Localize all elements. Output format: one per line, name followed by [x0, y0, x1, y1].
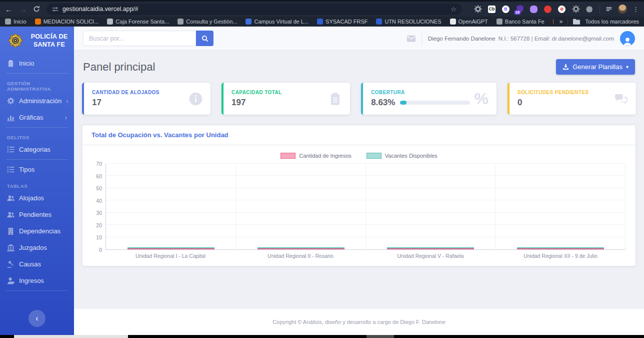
sidebar-item-inicio[interactable]: Inicio	[0, 55, 74, 72]
bookmarks-overflow-icon[interactable]: »	[560, 18, 563, 25]
bar-segment-cantidad-de-ingresos[interactable]	[517, 248, 604, 249]
stat-value-row: 8.63%	[371, 98, 470, 108]
bookmark-item[interactable]: UTN RESOLUCIONES	[376, 19, 441, 25]
all-bookmarks-label[interactable]: Todos los marcadores	[585, 19, 639, 25]
sidebar-collapse-button[interactable]: ‹	[28, 310, 46, 327]
snowflake-extension-icon[interactable]	[572, 5, 580, 14]
purple-extension-icon[interactable]	[530, 5, 538, 14]
envelope-icon[interactable]	[407, 35, 416, 42]
sidebar-item-label: Juzgados	[19, 244, 47, 251]
b-extension-icon[interactable]: B	[502, 5, 510, 14]
bookmark-label: UTN RESOLUCIONES	[384, 19, 441, 25]
stat-value: 8.63%	[371, 98, 395, 108]
user-avatar[interactable]	[620, 31, 635, 46]
bookmark-item[interactable]: REGISTRO GENERAL...	[553, 19, 554, 25]
bookmarks-divider	[568, 19, 568, 25]
sidebar-brand[interactable]: POLICÍA DE SANTA FE	[0, 27, 74, 55]
legend-item-vacantes-disponibles[interactable]: Vacantes Disponibles	[366, 153, 438, 159]
bar-segment-cantidad-de-ingresos[interactable]	[258, 248, 344, 249]
sidebar-item-alojados[interactable]: Alojados	[0, 190, 74, 206]
sidebar-divider	[6, 73, 68, 74]
sidebar-item-causas[interactable]: Causas	[0, 256, 74, 272]
search-input[interactable]	[83, 31, 196, 46]
bookmark-item[interactable]: Consulta y Gestión...	[178, 19, 237, 25]
chart-legend: Cantidad de IngresosVacantes Disponibles	[92, 153, 626, 159]
stat-card-cantidad-de-alojados: CANTIDAD DE ALOJADOS17	[82, 83, 210, 115]
url-bar[interactable]: gestionalcaidia.vercel.app/# ☆	[46, 4, 462, 15]
b-extension-glyph: B	[502, 6, 510, 13]
cb-extension-glyph: Cb	[488, 6, 496, 13]
generate-sheets-button[interactable]: Generar Planillas ▾	[556, 59, 635, 75]
legend-swatch	[366, 153, 382, 159]
sidebar-section-heading: GESTIÓN ADMINISTRATIVA	[7, 81, 67, 92]
stacked-bar-unidad-regional-i-la-capital[interactable]	[128, 247, 214, 249]
red-extension-icon[interactable]	[544, 5, 552, 14]
bookmark-item[interactable]: Inicio	[5, 19, 26, 25]
bookmark-item[interactable]: MEDIACION SOLICI...	[35, 19, 99, 25]
brand-title: POLICÍA DE SANTA FE	[28, 33, 70, 49]
puzzle-extension-icon[interactable]	[586, 5, 594, 14]
y-axis: 010203040506070	[92, 164, 106, 250]
bookmark-item[interactable]: Caja Forense Santa...	[107, 19, 169, 25]
bookmark-item[interactable]: SYSACAD FRSF	[317, 19, 368, 25]
bookmark-label: SYSACAD FRSF	[326, 19, 368, 25]
bookmark-favicon	[35, 19, 41, 25]
stacked-bar-unidad-regional-ii-rosario[interactable]	[258, 247, 344, 249]
y-tick-label: 20	[96, 222, 102, 228]
bar-segment-cantidad-de-ingresos[interactable]	[128, 248, 214, 249]
sidebar-item-graficas[interactable]: Gráficas›	[0, 109, 74, 126]
cb-extension-icon[interactable]: Cb	[488, 5, 496, 14]
tab-list-icon[interactable]	[606, 6, 612, 13]
stat-card-solicitudes-pendientes: SOLICITUDES PENDIENTES0	[508, 83, 636, 115]
bar-segment-cantidad-de-ingresos[interactable]	[387, 248, 474, 249]
forward-icon[interactable]: →	[19, 6, 26, 13]
user-details: N.I.: 567728 | Email: dr.danelone@gmail.…	[498, 36, 614, 42]
bookmark-favicon	[553, 19, 554, 25]
stacked-bar-unidad-regional-xii-9-de-julio[interactable]	[517, 247, 604, 249]
sidebar-item-administracion[interactable]: Administración›	[0, 93, 74, 109]
list-icon	[7, 166, 14, 173]
bookmark-item[interactable]: OpenAiGPT	[450, 19, 488, 25]
browser-profile-avatar[interactable]	[618, 5, 627, 14]
user-info[interactable]: Diego Fernando Danelone N.I.: 567728 | E…	[428, 36, 614, 42]
stat-label: CANTIDAD DE ALOJADOS	[92, 90, 185, 95]
browser-menu-icon[interactable]: ⋮	[632, 6, 639, 13]
search-icon	[202, 35, 208, 42]
sidebar-item-categorias[interactable]: Categorias	[0, 141, 74, 158]
sidebar-item-pendientes[interactable]: Pendientes	[0, 206, 74, 223]
bookmark-favicon	[178, 19, 184, 25]
y-tick-label: 10	[96, 234, 102, 240]
sidebar-item-tipos[interactable]: Tipos	[0, 161, 74, 178]
bookmark-favicon	[376, 19, 382, 25]
sidebar-item-label: Dependencias	[19, 227, 60, 235]
no-entry-extension-icon[interactable]: ⊘	[558, 5, 566, 14]
stacked-bar-unidad-regional-v-rafaela[interactable]	[387, 247, 474, 249]
stat-content: CAPACIDAD TOTAL197	[232, 90, 324, 108]
main-panel: Panel principal Generar Planillas ▾ CANT…	[74, 51, 644, 309]
gear-extension-icon[interactable]	[474, 5, 482, 14]
user-name: Diego Fernando Danelone	[428, 36, 496, 42]
browser-toolbar: ← → gestionalcaidia.vercel.app/# ☆ CbB10…	[0, 2, 644, 17]
bookmark-label: Consulta y Gestión...	[186, 19, 237, 25]
bookmark-star-icon[interactable]: ☆	[450, 6, 456, 13]
gear-icon	[7, 97, 14, 105]
sidebar-item-dependencias[interactable]: Dependencias	[0, 223, 74, 239]
bar-slot	[106, 164, 236, 249]
sidebar-section-heading: DELITOS	[7, 135, 67, 140]
search-button[interactable]	[196, 31, 214, 46]
reload-icon[interactable]	[33, 6, 40, 13]
bookmark-item[interactable]: Banco Santa Fe	[496, 19, 544, 25]
x-tick-label: Unidad Regional I - La Capital	[106, 253, 236, 259]
taskbar-segment	[366, 335, 394, 338]
url-text[interactable]: gestionalcaidia.vercel.app/#	[62, 6, 138, 13]
chart-title: Total de Ocupación vs. Vacantes por Unid…	[82, 125, 636, 145]
sidebar-item-label: Alojados	[19, 194, 44, 202]
percent-icon: %	[474, 91, 488, 107]
sidebar-item-juzgados[interactable]: Juzgados	[0, 239, 74, 256]
sidebar-item-ingresos[interactable]: Ingresos	[0, 272, 74, 289]
site-settings-icon[interactable]	[52, 6, 58, 13]
shield-extension-icon[interactable]: 10	[516, 5, 524, 14]
back-icon[interactable]: ←	[5, 6, 12, 13]
legend-item-cantidad-de-ingresos[interactable]: Cantidad de Ingresos	[280, 153, 352, 159]
bookmark-item[interactable]: Campus Virtual de L...	[246, 19, 308, 25]
